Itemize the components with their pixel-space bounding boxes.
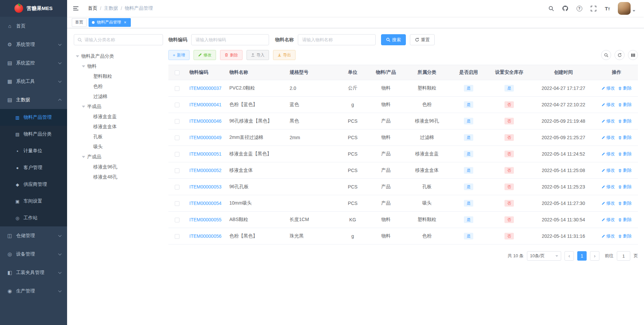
sidebar-subitem-物料产品分类[interactable]: ▤ 物料产品分类 (0, 126, 67, 143)
row-edit-link[interactable]: 修改 (601, 102, 615, 108)
prev-page-button[interactable]: ‹ (565, 251, 574, 261)
question-icon[interactable]: ? (573, 0, 586, 17)
app-logo[interactable]: 苦糖果MES (0, 0, 67, 17)
row-edit-link[interactable]: 修改 (601, 184, 615, 190)
tree-node-过滤棉[interactable]: 过滤棉 (74, 92, 163, 102)
search-button[interactable]: 搜索 (381, 34, 406, 45)
row-checkbox[interactable] (175, 136, 179, 140)
select-all-checkbox[interactable] (175, 70, 179, 75)
delete-button[interactable]: 删除 (220, 50, 243, 60)
material-code-link[interactable]: ITEM00000052 (190, 168, 222, 173)
row-edit-link[interactable]: 修改 (601, 85, 615, 91)
font-size-icon[interactable]: TT (601, 0, 614, 17)
tree-node-物料[interactable]: 物料 (74, 61, 163, 71)
material-code-link[interactable]: ITEM00000041 (190, 102, 222, 107)
row-checkbox[interactable] (175, 185, 179, 189)
tree-node-塑料颗粒[interactable]: 塑料颗粒 (74, 71, 163, 82)
row-delete-link[interactable]: 删除 (618, 233, 632, 239)
row-edit-link[interactable]: 修改 (601, 151, 615, 157)
sidebar-item-设备管理[interactable]: ◎ 设备管理 (0, 245, 67, 263)
name-filter-input[interactable] (298, 34, 376, 45)
sidebar-subitem-车间设置[interactable]: ▣ 车间设置 (0, 193, 67, 210)
row-checkbox[interactable] (175, 86, 179, 91)
material-code-link[interactable]: ITEM00000049 (190, 135, 222, 140)
material-code-link[interactable]: ITEM00000053 (190, 184, 222, 189)
tree-node-物料及产品分类[interactable]: 物料及产品分类 (74, 51, 163, 61)
tag-首页[interactable]: 首页 (72, 18, 87, 27)
row-checkbox[interactable] (175, 201, 179, 206)
hide-search-button[interactable] (601, 50, 611, 60)
refresh-button[interactable] (614, 50, 625, 60)
tree-node-孔板[interactable]: 孔板 (74, 132, 163, 142)
tree-node-色粉[interactable]: 色粉 (74, 82, 163, 92)
sidebar-subitem-计量单位[interactable]: ▪ 计量单位 (0, 143, 67, 159)
breadcrumb-item[interactable]: 首页 (88, 5, 97, 11)
row-edit-link[interactable]: 修改 (601, 134, 615, 141)
user-menu[interactable] (615, 0, 638, 17)
tree-node-吸头[interactable]: 吸头 (74, 142, 163, 152)
row-delete-link[interactable]: 删除 (618, 184, 632, 190)
next-page-button[interactable]: › (590, 251, 599, 261)
sidebar-item-工装夹具管理[interactable]: ◧ 工装夹具管理 (0, 263, 67, 282)
goto-page-input[interactable] (617, 251, 630, 261)
sidebar-item-主数据[interactable]: ▤ 主数据 (0, 91, 67, 109)
tag-物料产品管理[interactable]: 物料产品管理 × (89, 18, 131, 27)
row-delete-link[interactable]: 删除 (618, 200, 632, 206)
category-search-input[interactable] (85, 37, 159, 42)
import-button[interactable]: 导入 (247, 50, 269, 60)
sidebar-item-生产管理[interactable]: ◉ 生产管理 (0, 282, 67, 300)
page-number-button[interactable]: 1 (577, 251, 587, 261)
row-delete-link[interactable]: 删除 (618, 134, 632, 141)
tree-node-半成品[interactable]: 半成品 (74, 102, 163, 112)
reset-button[interactable]: 重置 (410, 34, 435, 45)
export-button[interactable]: 导出 (273, 50, 296, 60)
tree-node-移液盒96孔[interactable]: 移液盒96孔 (74, 162, 163, 172)
row-delete-link[interactable]: 删除 (618, 167, 632, 173)
add-button[interactable]: + 新增 (168, 50, 190, 60)
material-code-link[interactable]: ITEM00000051 (190, 151, 222, 157)
sidebar-item-仓储管理[interactable]: ◫ 仓储管理 (0, 226, 67, 245)
tree-node-移液盒盒盖[interactable]: 移液盒盒盖 (74, 112, 163, 122)
row-checkbox[interactable] (175, 119, 179, 124)
material-code-link[interactable]: ITEM00000046 (190, 118, 222, 124)
material-code-link[interactable]: ITEM00000054 (190, 201, 222, 206)
row-delete-link[interactable]: 删除 (618, 118, 632, 124)
row-checkbox[interactable] (175, 234, 179, 239)
material-code-link[interactable]: ITEM00000056 (190, 233, 222, 239)
row-edit-link[interactable]: 修改 (601, 217, 615, 223)
page-size-select[interactable]: 10条/页 (527, 251, 561, 261)
row-delete-link[interactable]: 删除 (618, 85, 632, 91)
column-settings-button[interactable] (628, 50, 638, 60)
row-edit-link[interactable]: 修改 (601, 233, 615, 239)
row-edit-link[interactable]: 修改 (601, 200, 615, 206)
code-filter-input[interactable] (191, 34, 269, 45)
tag-close-icon[interactable]: × (123, 20, 127, 25)
sidebar-item-首页[interactable]: ⌂ 首页 (0, 17, 67, 35)
tree-node-产成品[interactable]: 产成品 (74, 152, 163, 162)
row-checkbox[interactable] (175, 168, 179, 173)
row-delete-link[interactable]: 删除 (618, 217, 632, 223)
sidebar-subitem-物料产品管理[interactable]: ▥ 物料产品管理 (0, 109, 67, 126)
material-code-link[interactable]: ITEM00000055 (190, 217, 222, 222)
sidebar-subitem-供应商管理[interactable]: ◆ 供应商管理 (0, 176, 67, 193)
github-icon[interactable] (559, 0, 572, 17)
edit-button[interactable]: 修改 (194, 50, 216, 60)
sidebar-subitem-客户管理[interactable]: ● 客户管理 (0, 159, 67, 176)
sidebar-item-系统工具[interactable]: ▦ 系统工具 (0, 72, 67, 91)
row-delete-link[interactable]: 删除 (618, 151, 632, 157)
row-delete-link[interactable]: 删除 (618, 102, 632, 108)
material-code-link[interactable]: ITEM00000037 (190, 86, 222, 91)
row-edit-link[interactable]: 修改 (601, 167, 615, 173)
tree-node-移液盒48孔[interactable]: 移液盒48孔 (74, 172, 163, 182)
breadcrumb-item[interactable]: 主数据 (104, 5, 118, 11)
fullscreen-icon[interactable] (587, 0, 600, 17)
search-icon[interactable] (545, 0, 557, 17)
row-edit-link[interactable]: 修改 (601, 118, 615, 124)
sidebar-subitem-工作站[interactable]: ◎ 工作站 (0, 210, 67, 226)
sidebar-toggle-icon[interactable] (73, 3, 85, 14)
row-checkbox[interactable] (175, 218, 179, 222)
tree-node-移液盒盒体[interactable]: 移液盒盒体 (74, 122, 163, 132)
row-checkbox[interactable] (175, 103, 179, 107)
sidebar-item-系统管理[interactable]: ⚙ 系统管理 (0, 35, 67, 54)
row-checkbox[interactable] (175, 152, 179, 157)
